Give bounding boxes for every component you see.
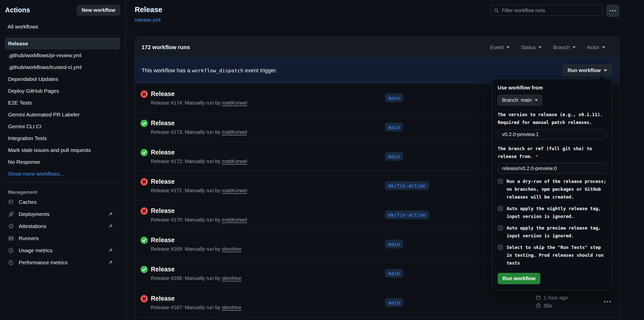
preview-tag-label[interactable]: Auto apply the preview release tag, inpu… [507,224,606,240]
workflow-list: Release .github/workflows/pr-review.yml … [5,38,120,180]
sidebar-item-e2e-tests[interactable]: E2E Tests [5,97,120,109]
branch-selector-button[interactable]: Branch: main [498,95,542,106]
event-filter-dropdown[interactable]: Event [490,44,510,50]
sidebar-item-no-response[interactable]: No Response [5,156,120,168]
filter-workflow-runs-input[interactable] [502,8,600,13]
skip-tests-checkbox[interactable] [498,245,503,250]
sidebar-item-caches[interactable]: Caches [5,196,120,208]
required-asterisk: * [536,154,538,159]
sidebar-item-mark-stale[interactable]: Mark stale issues and pull requests [5,144,120,156]
run-description: Release #172: Manually run by mattKorwel [151,158,247,164]
branch-badge[interactable]: main [385,298,403,307]
filter-workflow-runs-box [490,5,603,16]
actor-link[interactable]: mattKorwel [222,188,247,193]
run-duration: 35s [544,303,552,309]
run-title[interactable]: Release [151,266,175,273]
run-title[interactable]: Release [151,149,175,156]
branch-badge[interactable]: main [385,123,403,132]
status-filter-dropdown[interactable]: Status [521,44,542,50]
sidebar-item-deploy-github-pages[interactable]: Deploy GitHub Pages [5,85,120,97]
run-time: 1 hour ago [544,295,568,301]
sidebar-item-usage-metrics[interactable]: Usage metrics [5,244,120,257]
dry-run-label[interactable]: Run a dry-run of the release process; no… [507,177,606,201]
branch-filter-dropdown[interactable]: Branch [553,44,576,50]
run-title[interactable]: Release [151,90,175,98]
calendar-icon [536,295,541,300]
run-status-icon-success [141,149,148,156]
chevron-down-icon [602,46,605,48]
meter-icon [8,247,14,253]
sidebar-item-performance-metrics[interactable]: Performance metrics [5,257,120,269]
sidebar-item-gemini-cli-ci[interactable]: Gemini CLI CI [5,120,120,132]
mgmt-item-label: Attestations [19,223,46,229]
search-icon [494,8,499,13]
sidebar-item-integration-tests[interactable]: Integration Tests [5,132,120,144]
run-description: Release #171: Manually run by mattKorwel [151,188,247,194]
sidebar-item-runners[interactable]: Runners [5,232,120,244]
workflow-options-kebab-button[interactable] [606,5,619,17]
meter-icon [8,260,14,266]
run-title[interactable]: Release [151,207,175,214]
sidebar-item-trusted-ci[interactable]: .github/workflows/trusted-ci.yml [5,61,120,73]
sidebar-item-dependabot-updates[interactable]: Dependabot Updates [5,73,120,85]
preview-tag-checkbox[interactable] [498,225,503,231]
ref-input-description: The branch or ref (full git sha) to rele… [498,145,606,160]
chevron-down-icon [572,46,576,48]
nightly-tag-label[interactable]: Auto apply the nightly release tag, inpu… [507,205,606,220]
mgmt-item-label: Deployments [19,211,50,217]
run-title[interactable]: Release [151,236,175,244]
chevron-down-icon [535,99,538,101]
run-title[interactable]: Release [151,295,175,302]
run-status-icon-success [141,266,148,273]
branch-badge[interactable]: mk/fix-action [385,181,429,190]
nightly-tag-checkbox[interactable] [498,206,503,211]
sidebar-item-all-workflows[interactable]: All workflows [5,21,120,32]
dry-run-checkbox[interactable] [498,179,503,184]
sidebar-item-pr-review[interactable]: .github/workflows/pr-review.yml [5,49,120,61]
sidebar-divider [5,183,121,183]
banner-text: This workflow has a workflow_dispatch ev… [142,67,277,74]
run-title[interactable]: Release [151,178,175,185]
verified-icon [8,223,14,229]
workflow-run-row[interactable]: Release Release #167: Manually run by sk… [135,288,619,317]
external-link-icon [108,212,113,217]
run-workflow-dropdown-button[interactable]: Run workflow [563,65,612,76]
sidebar-item-release[interactable]: Release [5,38,120,49]
server-icon [8,235,14,241]
run-filters: Event Status Branch Actor [490,44,605,50]
run-title[interactable]: Release [151,119,175,127]
branch-badge[interactable]: main [385,93,403,102]
skip-tests-label[interactable]: Select to skip the "Run Tests" step in t… [507,243,606,267]
branch-badge[interactable]: main [385,269,403,278]
run-status-icon-failure [141,295,148,302]
run-kebab-button[interactable] [602,299,613,304]
branch-badge[interactable]: main [385,152,403,161]
show-more-workflows-link[interactable]: Show more workflows... [5,168,120,180]
sidebar-item-gemini-pr-labeler[interactable]: Gemini Automated PR Labeler [5,109,120,120]
ref-input[interactable] [498,163,606,174]
actor-link[interactable]: mattKorwel [222,217,247,222]
kebab-icon [604,301,605,302]
new-workflow-button[interactable]: New workflow [77,5,120,15]
external-link-icon [108,224,113,229]
mgmt-item-label: Caches [19,199,37,205]
actor-link[interactable]: skeshive [222,275,241,281]
mgmt-item-label: Usage metrics [19,247,52,253]
actor-link[interactable]: mattKorwel [222,100,247,106]
run-workflow-popover: Use workflow from Branch: main The versi… [492,79,612,291]
actor-link[interactable]: mattKorwel [222,158,247,164]
branch-badge[interactable]: mk/fix-action [385,210,429,219]
actor-filter-dropdown[interactable]: Actor [587,44,605,50]
run-status-icon-success [141,120,148,127]
branch-badge[interactable]: main [385,240,403,248]
actor-link[interactable]: skeshive [222,305,241,310]
actor-link[interactable]: mattKorwel [222,129,247,135]
mgmt-item-label: Performance metrics [19,260,68,266]
actor-link[interactable]: skeshive [222,246,241,252]
sidebar-item-deployments[interactable]: Deployments [5,208,120,220]
dry-run-option: Run a dry-run of the release process; no… [498,177,606,201]
workflow-file-link[interactable]: release.yml [135,17,160,23]
run-workflow-submit-button[interactable]: Run workflow [498,273,540,284]
version-input[interactable] [498,129,606,140]
sidebar-item-attestations[interactable]: Attestations [5,220,120,232]
